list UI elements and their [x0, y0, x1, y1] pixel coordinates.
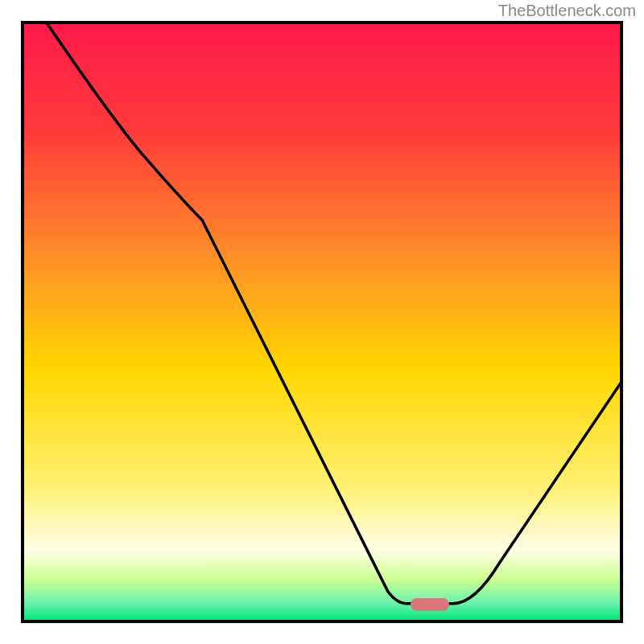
plot-background: [23, 23, 621, 621]
bottleneck-chart: TheBottleneck.com: [0, 0, 644, 644]
optimal-marker: [411, 598, 449, 611]
chart-svg: [0, 0, 644, 644]
watermark-text: TheBottleneck.com: [498, 2, 636, 20]
